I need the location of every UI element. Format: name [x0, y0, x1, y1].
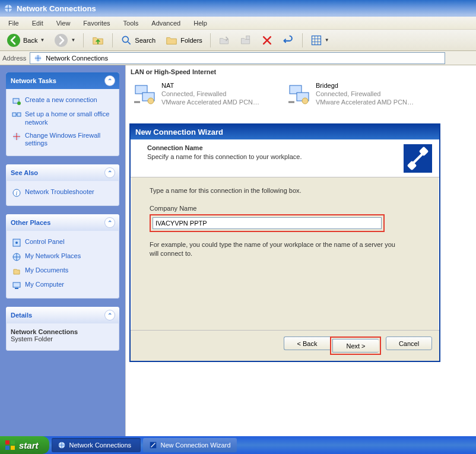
control-panel-icon — [12, 238, 21, 247]
start-button[interactable]: start — [0, 436, 49, 454]
firewall-icon — [12, 132, 21, 141]
panel-title: See Also — [11, 169, 38, 176]
search-button[interactable]: Search — [118, 32, 158, 49]
svg-point-15 — [15, 242, 18, 244]
link-label: My Computer — [25, 281, 64, 289]
toolbar-separator — [112, 33, 113, 47]
link-label: Control Panel — [25, 238, 65, 246]
details-name: Network Connections — [11, 328, 115, 335]
link-label: Network Troubleshooter — [25, 188, 94, 196]
folders-button[interactable]: Folders — [162, 31, 205, 49]
forward-button[interactable]: ▼ — [51, 31, 78, 50]
wizard-footer: < Back Next > Cancel — [131, 330, 439, 361]
copy-to-icon — [240, 34, 252, 46]
menu-file[interactable]: File — [2, 18, 25, 28]
folder-up-icon — [91, 34, 104, 47]
menu-advanced[interactable]: Advanced — [145, 18, 186, 28]
connection-item-bridged[interactable]: Bridegd Connected, Firewalled VMware Acc… — [287, 82, 424, 106]
windows-logo-icon — [5, 440, 15, 450]
svg-point-1 — [7, 34, 20, 47]
connection-status: Connected, Firewalled — [161, 90, 269, 99]
wizard-next-button[interactable]: Next > — [332, 339, 379, 353]
undo-button[interactable] — [280, 32, 297, 49]
toolbar-separator — [83, 33, 84, 47]
forward-icon — [54, 33, 68, 47]
link-my-documents[interactable]: My Documents — [11, 264, 115, 278]
search-icon — [120, 34, 132, 46]
wizard-hint: For example, you could type the name of … — [150, 240, 399, 259]
panel-header-other-places[interactable]: Other Places ⌃ — [6, 214, 119, 231]
details-panel: Details ⌃ Network Connections System Fol… — [6, 307, 119, 351]
delete-button[interactable] — [258, 32, 276, 49]
taskbar-item-new-connection-wizard[interactable]: New Connection Wizard — [143, 438, 237, 452]
back-button[interactable]: Back ▼ — [4, 31, 47, 50]
task-label: Change Windows Firewall settings — [25, 132, 113, 148]
taskbar-item-label: Network Connections — [69, 442, 132, 449]
undo-icon — [283, 34, 294, 46]
panel-header-network-tasks[interactable]: Network Tasks ⌃ — [6, 72, 119, 89]
folders-label: Folders — [180, 37, 202, 44]
taskbar-item-label: New Connection Wizard — [161, 442, 231, 449]
link-my-network-places[interactable]: My Network Places — [11, 250, 115, 264]
wizard-subheading: Specify a name for this connection to yo… — [147, 153, 396, 160]
wizard-cancel-button[interactable]: Cancel — [386, 336, 432, 350]
views-button[interactable]: ▼ — [307, 32, 332, 49]
collapse-icon: ⌃ — [105, 218, 115, 227]
task-setup-home-network[interactable]: Set up a home or small office network — [11, 108, 115, 129]
menu-edit[interactable]: Edit — [26, 18, 49, 28]
computer-icon — [12, 281, 21, 290]
connection-name: NAT — [161, 82, 269, 90]
link-label: My Documents — [25, 266, 68, 275]
start-label: start — [19, 440, 39, 450]
address-field[interactable]: Network Connections — [30, 52, 445, 64]
wizard-header: Connection Name Specify a name for this … — [131, 139, 439, 177]
task-firewall-settings[interactable]: Change Windows Firewall settings — [11, 129, 115, 151]
address-bar: Address Network Connections — [0, 51, 476, 65]
link-my-computer[interactable]: My Computer — [11, 278, 115, 293]
network-adapter-icon — [133, 82, 157, 106]
wizard-next-highlight: Next > — [330, 336, 381, 355]
taskbar: start Network Connections New Connection… — [0, 436, 476, 454]
collapse-icon: ⌃ — [105, 76, 115, 85]
up-button[interactable] — [88, 31, 107, 49]
menu-favorites[interactable]: Favorites — [77, 18, 116, 28]
task-create-connection[interactable]: Create a new connection — [11, 94, 115, 108]
svg-rect-9 — [12, 113, 16, 116]
network-connections-icon — [34, 54, 42, 62]
copy-to-button[interactable] — [237, 32, 255, 49]
menu-view[interactable]: View — [50, 18, 77, 28]
network-connections-icon — [58, 441, 66, 449]
tasks-sidebar: Network Tasks ⌃ Create a new connection … — [0, 65, 125, 436]
details-type: System Folder — [11, 335, 115, 342]
network-adapter-icon — [287, 82, 311, 106]
taskbar-item-network-connections[interactable]: Network Connections — [52, 438, 141, 452]
svg-rect-18 — [15, 288, 18, 289]
svg-rect-27 — [5, 440, 9, 445]
panel-header-see-also[interactable]: See Also ⌃ — [6, 164, 119, 181]
connection-device: VMware Accelerated AMD PCN… — [316, 99, 424, 107]
svg-rect-17 — [13, 282, 20, 287]
link-control-panel[interactable]: Control Panel — [11, 236, 115, 250]
svg-rect-29 — [5, 446, 9, 450]
content-area: LAN or High-Speed Internet NAT Connected… — [125, 65, 476, 436]
collapse-icon: ⌃ — [105, 168, 115, 177]
menu-tools[interactable]: Tools — [118, 18, 145, 28]
svg-point-24 — [302, 98, 308, 104]
company-name-input[interactable] — [153, 217, 382, 229]
wizard-back-button[interactable]: < Back — [284, 336, 330, 350]
move-to-button[interactable] — [215, 32, 233, 49]
back-label: Back — [23, 37, 37, 44]
back-icon — [7, 33, 21, 47]
menu-help[interactable]: Help — [188, 18, 213, 28]
svg-rect-10 — [17, 113, 21, 116]
panel-header-details[interactable]: Details ⌃ — [6, 307, 119, 323]
panel-title: Other Places — [11, 219, 50, 226]
svg-rect-28 — [11, 440, 15, 445]
link-network-troubleshooter[interactable]: i Network Troubleshooter — [11, 186, 115, 200]
folders-icon — [165, 34, 178, 47]
section-heading-lan: LAN or High-Speed Internet — [126, 65, 476, 78]
connection-item-nat[interactable]: NAT Connected, Firewalled VMware Acceler… — [133, 82, 269, 106]
dropdown-arrow-icon: ▼ — [325, 37, 329, 43]
svg-rect-4 — [246, 36, 250, 39]
info-icon: i — [12, 188, 21, 198]
